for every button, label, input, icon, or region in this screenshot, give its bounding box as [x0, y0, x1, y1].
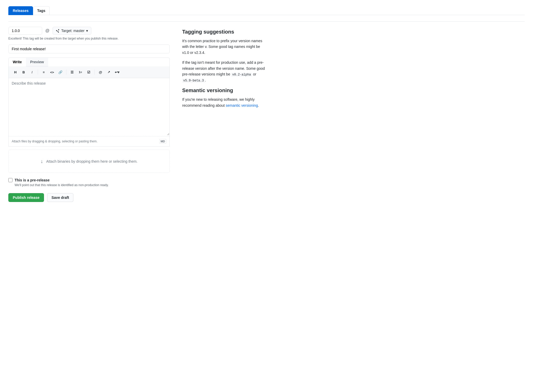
toolbar-sep-3 — [94, 69, 95, 75]
action-buttons: Publish release Save draft — [8, 193, 170, 202]
toolbar-italic-btn[interactable]: I — [28, 68, 36, 76]
quote-icon: ≡ — [43, 70, 45, 74]
attach-files-area[interactable]: Attach files by dragging & dropping, sel… — [9, 136, 169, 146]
binaries-text: Attach binaries by dropping them here or… — [46, 159, 138, 163]
markdown-icon: MD — [159, 139, 166, 144]
tagging-p2-mid: or — [252, 72, 256, 76]
toolbar-heading-btn[interactable]: H — [12, 68, 19, 76]
main-layout: @ Target: master ▾ Excellent! This tag w… — [8, 27, 525, 202]
task-list-icon: ☑ — [87, 70, 90, 74]
semantic-versioning-title: Semantic versioning — [182, 87, 265, 93]
editor-toolbar: H B I ≡ <> 🔗 ☰ 1≡ — [8, 66, 170, 78]
save-draft-button[interactable]: Save draft — [47, 193, 74, 202]
tab-write[interactable]: Write — [9, 58, 26, 66]
toolbar-task-list-btn[interactable]: ☑ — [85, 68, 92, 76]
toolbar-unordered-list-btn[interactable]: ☰ — [68, 68, 76, 76]
semantic-p-after: . — [258, 103, 259, 108]
tag-hint-text: Excellent! This tag will be created from… — [8, 37, 170, 40]
tag-version-input[interactable] — [8, 27, 42, 35]
tagging-suggestions-p2: If the tag isn't meant for production us… — [182, 60, 265, 83]
release-form: @ Target: master ▾ Excellent! This tag w… — [8, 27, 170, 202]
toolbar-link-btn[interactable]: 🔗 — [57, 68, 64, 76]
semantic-versioning-p: If you're new to releasing software, we … — [182, 97, 265, 108]
toolbar-quote-btn[interactable]: ≡ — [40, 68, 47, 76]
editor-tabs: Write Preview — [8, 58, 170, 66]
attach-files-text: Attach files by dragging & dropping, sel… — [12, 140, 98, 143]
toolbar-sep-1 — [38, 69, 38, 75]
at-symbol: @ — [45, 28, 49, 33]
toolbar-ordered-list-btn[interactable]: 1≡ — [77, 68, 84, 76]
tabs-container: Releases Tags — [8, 6, 525, 15]
sidebar: Tagging suggestions It's common practice… — [182, 27, 265, 112]
prerelease-hint-text: We'll point out that this release is ide… — [15, 183, 170, 187]
publish-release-button[interactable]: Publish release — [8, 193, 44, 202]
undo-icon: ↩▾ — [115, 70, 119, 74]
editor-body: Attach files by dragging & dropping, sel… — [8, 78, 170, 147]
toolbar-mention-btn[interactable]: @ — [97, 68, 104, 76]
tag-row: @ Target: master ▾ — [8, 27, 170, 35]
toolbar-undo-btn[interactable]: ↩▾ — [113, 68, 121, 76]
semantic-versioning-link[interactable]: semantic versioning — [226, 103, 258, 108]
tab-tags[interactable]: Tags — [33, 6, 50, 15]
download-icon: ↓ — [41, 158, 43, 164]
prerelease-checkbox[interactable] — [8, 178, 12, 182]
toolbar-code-btn[interactable]: <> — [48, 68, 56, 76]
mention-icon: @ — [99, 70, 102, 74]
toolbar-bold-btn[interactable]: B — [20, 68, 27, 76]
branch-icon — [56, 29, 60, 33]
tagging-code1: v0.2-alpha — [231, 73, 252, 77]
toolbar-reference-btn[interactable]: ↗ — [105, 68, 112, 76]
tab-releases[interactable]: Releases — [8, 6, 33, 15]
prerelease-section: This is a pre-release We'll point out th… — [8, 178, 170, 187]
link-icon: 🔗 — [58, 70, 62, 74]
prerelease-label[interactable]: This is a pre-release — [8, 178, 170, 182]
tagging-p2-after: . — [205, 78, 206, 82]
tagging-suggestions-p1: It's common practice to prefix your vers… — [182, 38, 265, 55]
chevron-down-icon: ▾ — [86, 29, 88, 33]
divider — [8, 21, 525, 22]
bold-icon: B — [22, 70, 25, 74]
tab-preview[interactable]: Preview — [26, 58, 48, 66]
heading-icon: H — [14, 70, 16, 74]
reference-icon: ↗ — [107, 70, 110, 74]
unordered-list-icon: ☰ — [71, 70, 74, 74]
code-icon: <> — [50, 70, 54, 74]
target-branch-button[interactable]: Target: master ▾ — [53, 27, 91, 35]
tagging-suggestions-title: Tagging suggestions — [182, 29, 265, 35]
description-textarea[interactable] — [9, 78, 169, 135]
prerelease-label-text: This is a pre-release — [15, 178, 50, 182]
tagging-code2: v5.9-beta.3 — [182, 79, 205, 83]
italic-icon: I — [31, 70, 33, 74]
release-title-input[interactable] — [8, 45, 170, 53]
binaries-drop-zone[interactable]: ↓ Attach binaries by dropping them here … — [8, 150, 170, 173]
target-label: Target: master — [61, 29, 84, 33]
ordered-list-icon: 1≡ — [79, 71, 82, 74]
toolbar-sep-2 — [66, 69, 66, 75]
